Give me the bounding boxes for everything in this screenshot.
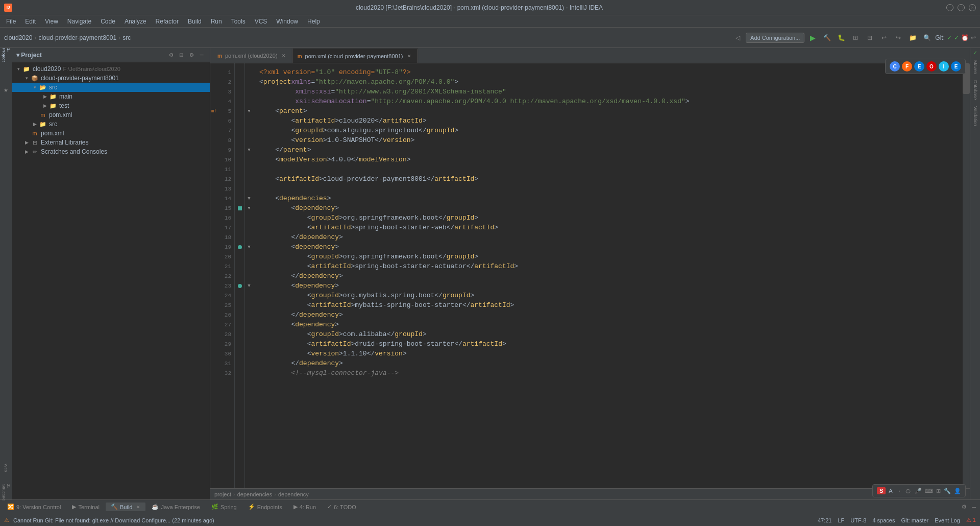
menu-edit[interactable]: Edit <box>21 17 40 26</box>
fold-arrows: ▼ ▼ ▼ ▼ ▼ ▼ <box>245 63 253 488</box>
edge-icon[interactable]: E <box>951 61 961 71</box>
bc-dependency[interactable]: dependency <box>278 491 309 497</box>
tree-item-src[interactable]: ▾ 📂 src <box>12 83 210 92</box>
menu-help[interactable]: Help <box>303 17 324 26</box>
tab-pom-cloud2020[interactable]: m pom.xml (cloud2020) ✕ <box>212 49 292 63</box>
right-panel-tab-database[interactable]: Database <box>972 77 979 103</box>
maximize-button[interactable]: □ <box>958 4 965 11</box>
web-icon[interactable]: Web <box>1 463 11 473</box>
chrome-icon[interactable]: C <box>890 61 900 71</box>
tab-endpoints[interactable]: ⚡ Endpoints <box>243 503 287 511</box>
project-filter-icon[interactable]: ⊟ <box>177 51 185 59</box>
back-button[interactable]: ◁ <box>731 32 744 44</box>
tree-item-payment8001[interactable]: ▾ 📦 cloud-provider-payment8001 <box>12 74 210 83</box>
menu-run[interactable]: Run <box>207 17 226 26</box>
coverage-button[interactable]: ⊞ <box>849 32 862 44</box>
menu-build[interactable]: Build <box>184 17 206 26</box>
person-icon[interactable]: 👤 <box>954 488 961 494</box>
firefox-icon[interactable]: F <box>902 61 912 71</box>
debug-button[interactable]: 🐛 <box>835 32 847 44</box>
tree-item-ext-libs[interactable]: ▶ ⊟ External Libraries <box>12 138 210 147</box>
tab-java-enterprise[interactable]: ☕ Java Enterprise <box>146 503 205 511</box>
favorites-icon[interactable]: ★ <box>1 85 11 95</box>
breadcrumb-src[interactable]: src <box>122 34 131 41</box>
menu-analyze[interactable]: Analyze <box>120 17 151 26</box>
tree-item-pom-sub[interactable]: m pom.xml <box>12 110 210 119</box>
tab-todo[interactable]: ✓ 6: TODO <box>322 503 361 511</box>
menu-window[interactable]: Window <box>272 17 302 26</box>
fa-23[interactable]: ▼ <box>245 281 253 291</box>
ie-icon[interactable]: I <box>939 61 949 71</box>
gm-25 <box>235 300 244 310</box>
code-content[interactable]: <?xml version="1.0" encoding="UTF-8"?> <… <box>253 63 963 488</box>
edge-old-icon[interactable]: E <box>914 61 924 71</box>
emoji-icon[interactable]: ☺ <box>904 487 912 495</box>
add-configuration-button[interactable]: Add Configuration... <box>746 33 804 43</box>
opera-icon[interactable]: O <box>926 61 937 71</box>
menu-tools[interactable]: Tools <box>227 17 250 26</box>
fa-15[interactable]: ▼ <box>245 203 253 213</box>
menu-vcs[interactable]: VCS <box>251 17 272 26</box>
tab-version-control[interactable]: 🔀 9: Version Control <box>2 503 66 511</box>
tree-item-main[interactable]: ▶ 📁 main <box>12 92 210 101</box>
profiler-button[interactable]: ⊟ <box>864 32 876 44</box>
bottom-toolbar-gear[interactable]: ⚙ <box>960 504 969 510</box>
tab-close-1[interactable]: ✕ <box>281 53 287 59</box>
redo-button[interactable]: ↪ <box>892 32 904 44</box>
menu-navigate[interactable]: Navigate <box>63 17 95 26</box>
tools-icon[interactable]: 🔧 <box>944 488 951 494</box>
menu-file[interactable]: File <box>2 17 20 26</box>
line-num-1: 1 <box>210 67 234 77</box>
tab-run[interactable]: ▶ 4: Run <box>288 503 321 511</box>
fa-9[interactable]: ▼ <box>245 145 253 155</box>
build-button[interactable]: 🔨 <box>821 32 833 44</box>
minimize-button[interactable]: ─ <box>946 4 953 11</box>
run-button[interactable]: ▶ <box>806 32 819 44</box>
fa-19[interactable]: ▼ <box>245 242 253 252</box>
folder-button[interactable]: 📁 <box>906 32 919 44</box>
tree-item-pom-root[interactable]: m pom.xml <box>12 129 210 138</box>
event-log[interactable]: Event Log <box>935 517 960 523</box>
right-panel-tab-validation[interactable]: Validation <box>972 103 979 129</box>
bottom-toolbar-hide[interactable]: ─ <box>970 504 978 510</box>
tab-build[interactable]: 🔨 Build ✕ <box>106 503 145 511</box>
fa-16 <box>245 213 253 223</box>
tree-item-cloud2020[interactable]: ▾ 📁 cloud2020 F:\JetBrains\cloud2020 <box>12 64 210 74</box>
project-minimize-icon[interactable]: ─ <box>198 51 206 59</box>
breadcrumb-payment8001[interactable]: cloud-provider-payment8001 <box>38 34 116 41</box>
breadcrumb-cloud2020[interactable]: cloud2020 <box>4 34 32 41</box>
right-panel-check: ✓ <box>973 50 977 55</box>
menu-code[interactable]: Code <box>96 17 119 26</box>
menu-view[interactable]: View <box>41 17 62 26</box>
build-close[interactable]: ✕ <box>136 505 140 510</box>
menu-refactor[interactable]: Refactor <box>152 17 183 26</box>
line-num-21: 21 <box>210 261 234 271</box>
bc-dependencies[interactable]: dependencies <box>237 491 273 497</box>
search-button[interactable]: 🔍 <box>921 32 933 44</box>
scroll-track[interactable] <box>963 63 970 488</box>
tab-terminal[interactable]: ▶ Terminal <box>67 503 105 511</box>
fa-2 <box>245 77 253 87</box>
project-dropdown-icon[interactable]: ▾ Project <box>16 52 42 59</box>
tab-pom-payment8001[interactable]: m pom.xml (cloud-provider-payment8001) ✕ <box>292 49 418 63</box>
keyboard-a-icon: A <box>889 488 892 494</box>
tree-item-scratches[interactable]: ▶ ✏ Scratches and Consoles <box>12 147 210 156</box>
mic-icon[interactable]: 🎤 <box>915 488 922 494</box>
fa-5[interactable]: ▼ <box>245 106 253 116</box>
keyboard-icon[interactable]: ⌨ <box>925 488 933 494</box>
bc-project[interactable]: project <box>214 491 231 497</box>
tab-close-2[interactable]: ✕ <box>406 53 412 59</box>
grid-icon[interactable]: ⊞ <box>936 488 941 494</box>
endpoints-icon: ⚡ <box>248 504 255 510</box>
undo-button[interactable]: ↩ <box>878 32 890 44</box>
tree-item-src-root[interactable]: ▶ 📁 src <box>12 119 210 129</box>
project-settings-icon[interactable]: ⚙ <box>187 51 195 59</box>
close-button[interactable]: ✕ <box>969 4 976 11</box>
fa-14[interactable]: ▼ <box>245 194 253 203</box>
structure-icon[interactable]: Z: Structure <box>1 487 11 497</box>
project-gear-icon[interactable]: ⚙ <box>167 51 175 59</box>
project-tool-icon[interactable]: 1: Project <box>1 50 11 60</box>
tree-item-test[interactable]: ▶ 📁 test <box>12 101 210 110</box>
right-panel-tab-maven[interactable]: Maven <box>972 57 979 77</box>
tab-spring[interactable]: 🌿 Spring <box>206 503 242 511</box>
